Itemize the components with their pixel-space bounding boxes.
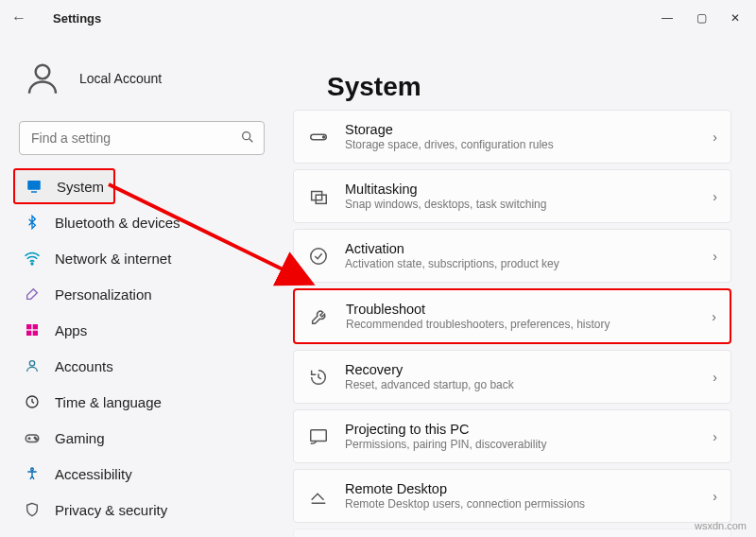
nav-item-privacy[interactable]: Privacy & security [13,492,270,528]
card-desc: Storage space, drives, configuration rul… [345,138,697,151]
nav-label: Time & language [55,394,162,410]
card-clipboard[interactable]: Clipboard [293,528,731,537]
svg-rect-3 [31,191,37,193]
chevron-right-icon: › [713,130,717,145]
nav-item-personalization[interactable]: Personalization [13,276,270,312]
svg-point-4 [31,263,33,265]
card-desc: Recommended troubleshooters, preferences… [346,318,696,331]
minimize-button[interactable]: — [650,6,684,30]
nav-label: Accessibility [55,466,132,482]
card-storage[interactable]: Storage Storage space, drives, configura… [293,110,731,164]
cast-icon [307,425,330,448]
maximize-button[interactable]: ▢ [684,6,718,30]
nav-item-system[interactable]: System [13,168,115,204]
person-icon [23,356,42,375]
multitask-icon [307,185,330,208]
titlebar: ← Settings [0,0,756,36]
chevron-right-icon: › [713,370,717,385]
storage-icon [307,126,330,148]
svg-rect-20 [311,429,327,441]
svg-rect-17 [312,191,322,199]
nav-item-gaming[interactable]: Gaming [13,420,270,456]
apps-icon [23,320,42,339]
card-title: Storage [345,122,697,137]
page-title: System [327,72,731,102]
wrench-icon [308,305,331,328]
gamepad-icon [23,428,42,447]
account-block[interactable]: Local Account [21,57,263,100]
card-title: Activation [345,241,697,256]
nav-label: Network & internet [55,251,171,267]
card-recovery[interactable]: Recovery Reset, advanced startup, go bac… [293,350,731,404]
card-projecting[interactable]: Projecting to this PC Permissions, pairi… [293,409,731,463]
account-name: Local Account [79,71,162,86]
shield-icon [23,500,42,519]
window-controls: — ▢ ✕ [650,6,752,30]
chevron-right-icon: › [713,189,717,204]
card-activation[interactable]: Activation Activation state, subscriptio… [293,229,731,283]
card-desc: Remote Desktop users, connection permiss… [345,497,697,511]
card-desc: Activation state, subscriptions, product… [345,257,697,270]
chevron-right-icon: › [713,249,717,264]
card-desc: Permissions, pairing PIN, discoverabilit… [345,438,697,451]
card-multitasking[interactable]: Multitasking Snap windows, desktops, tas… [293,169,731,223]
wifi-icon [23,249,42,268]
chevron-right-icon: › [713,429,717,444]
nav-label: Privacy & security [55,502,167,518]
back-icon[interactable]: ← [11,9,26,26]
nav-item-accessibility[interactable]: Accessibility [13,456,270,492]
chevron-right-icon: › [713,489,717,504]
nav-label: Apps [55,322,87,338]
nav-label: Gaming [55,430,105,446]
recovery-icon [307,366,330,389]
svg-point-16 [323,136,325,138]
svg-rect-8 [33,331,38,336]
nav-label: Bluetooth & devices [55,215,180,231]
card-title: Remote Desktop [345,481,697,496]
search-box[interactable] [19,121,265,155]
search-icon [240,130,255,148]
svg-rect-18 [316,195,326,203]
svg-point-0 [36,65,50,79]
bluetooth-icon [23,213,42,232]
card-title: Projecting to this PC [345,422,697,437]
svg-rect-6 [33,324,38,329]
search-input[interactable] [19,121,265,155]
card-desc: Reset, advanced startup, go back [345,378,697,391]
accessibility-icon [23,464,42,483]
card-desc: Snap windows, desktops, task switching [345,198,697,211]
watermark: wsxdn.com [695,520,747,531]
svg-rect-5 [26,324,31,329]
svg-rect-7 [26,331,31,336]
svg-rect-2 [27,181,41,190]
display-icon [25,177,43,196]
svg-point-19 [311,248,327,264]
card-title: Troubleshoot [346,302,696,317]
nav-list: System Bluetooth & devices Network & int… [13,168,270,537]
svg-point-1 [243,132,250,140]
chevron-right-icon: › [712,309,716,324]
nav-item-accounts[interactable]: Accounts [13,348,270,384]
sidebar: Local Account System Bluetooth & devices [0,36,284,537]
nav-label: Personalization [55,286,152,303]
main-pane: System Storage Storage space, drives, co… [284,36,756,537]
card-title: Recovery [345,362,697,377]
card-title: Multitasking [345,182,697,197]
nav-item-update[interactable]: Windows Update [13,528,270,537]
remote-icon [307,485,330,508]
card-remote[interactable]: Remote Desktop Remote Desktop users, con… [293,469,731,523]
nav-item-bluetooth[interactable]: Bluetooth & devices [13,204,270,240]
nav-item-network[interactable]: Network & internet [13,240,270,276]
avatar-icon [21,57,64,100]
card-troubleshoot[interactable]: Troubleshoot Recommended troubleshooters… [293,288,731,344]
close-button[interactable]: ✕ [718,6,752,30]
nav-item-time[interactable]: Time & language [13,384,270,420]
nav-item-apps[interactable]: Apps [13,312,270,348]
nav-label: Accounts [55,358,113,374]
svg-point-13 [36,439,38,441]
paint-icon [23,285,42,303]
nav-label: System [57,179,104,195]
clock-icon [23,392,42,411]
svg-point-9 [29,361,34,366]
window-title: Settings [53,11,101,26]
